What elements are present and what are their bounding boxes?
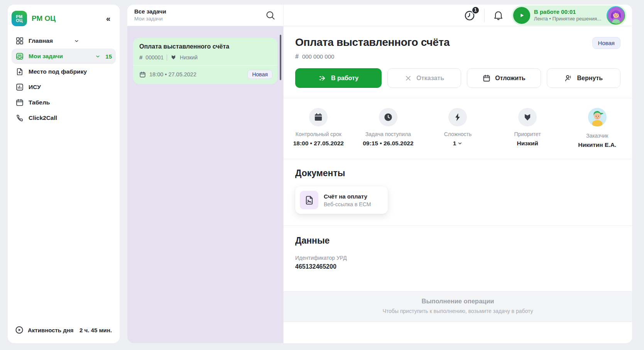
sidebar-menu: Главная Мои задачи 15 Место под фабрику bbox=[8, 32, 120, 127]
meta-value: 09:15 • 26.05.2022 bbox=[353, 140, 423, 147]
task-card-meta: # 000001 Низкий bbox=[139, 54, 271, 61]
search-button[interactable] bbox=[265, 10, 276, 20]
topbar: 1 В работе 00:01 Лента • Принятие решени… bbox=[284, 5, 632, 26]
task-due: 18:00 • 27.05.2022 bbox=[139, 71, 247, 78]
document-title: Счёт на оплату bbox=[324, 193, 371, 200]
task-list-header: Все задачи Мои задачи bbox=[127, 5, 283, 26]
meta-label: Приоритет bbox=[493, 131, 563, 137]
grid-icon bbox=[15, 37, 24, 45]
person-return-icon bbox=[564, 74, 573, 82]
document-card[interactable]: Счёт на оплату Веб-ссылка в ECM bbox=[295, 186, 388, 214]
priority-shield-icon bbox=[518, 108, 537, 126]
calendar-icon bbox=[15, 98, 24, 107]
button-label: Вернуть bbox=[577, 75, 603, 82]
chevron-down-icon bbox=[74, 38, 79, 44]
meta-value: Низкий bbox=[493, 140, 563, 147]
work-status-subtitle: Лента • Принятие решения... bbox=[534, 16, 601, 22]
bar-chart-icon bbox=[15, 83, 24, 91]
task-meta-row: Контрольный срок 18:00 • 27.05.2022 Зада… bbox=[284, 98, 632, 159]
task-card-bottom: 18:00 • 27.05.2022 Новая bbox=[133, 66, 277, 84]
sidebar-item-home[interactable]: Главная bbox=[12, 33, 116, 49]
complexity-dropdown[interactable]: 1 bbox=[423, 140, 493, 147]
meta-label: Сложность bbox=[423, 131, 493, 137]
field-value: 465132465200 bbox=[295, 263, 620, 270]
notifications-button[interactable] bbox=[493, 10, 504, 21]
sidebar-item-factory-slot[interactable]: Место под фабрику bbox=[12, 64, 116, 79]
logo-line-2: ОЦ bbox=[16, 19, 23, 23]
search-icon bbox=[265, 10, 276, 20]
sidebar-collapse-button[interactable]: « bbox=[103, 13, 113, 24]
topbar-divider bbox=[484, 9, 485, 22]
calendar-filled-icon bbox=[309, 108, 328, 126]
play-circle-icon bbox=[15, 325, 24, 335]
chevron-down-icon bbox=[95, 54, 101, 59]
sidebar-item-label: Табель bbox=[29, 99, 112, 106]
timer-count-badge: 1 bbox=[472, 6, 480, 14]
work-status-text: В работе 00:01 Лента • Принятие решения.… bbox=[534, 8, 603, 22]
app-title: РМ ОЦ bbox=[32, 14, 103, 23]
logo-row: РМ ОЦ РМ ОЦ « bbox=[8, 5, 120, 32]
main-column: 1 В работе 00:01 Лента • Принятие решени… bbox=[284, 5, 632, 343]
clock-filled-icon bbox=[379, 108, 397, 126]
meta-task-received: Задача поступила 09:15 • 26.05.2022 bbox=[353, 108, 423, 148]
customer-avatar bbox=[588, 108, 607, 126]
operation-footer bbox=[284, 322, 632, 343]
document-subtitle: Веб-ссылка в ECM bbox=[324, 201, 371, 207]
task-list-column: Все задачи Мои задачи Оплата выставленно… bbox=[127, 5, 284, 343]
meta-priority: Приоритет Низкий bbox=[493, 108, 563, 148]
meta-value: 18:00 • 27.05.2022 bbox=[284, 140, 353, 147]
task-number: 000001 bbox=[145, 54, 164, 61]
task-due-value: 18:00 • 27.05.2022 bbox=[149, 71, 196, 77]
documents-heading: Документы bbox=[295, 168, 620, 178]
meta-control-deadline: Контрольный срок 18:00 • 27.05.2022 bbox=[284, 108, 353, 148]
decline-button[interactable]: Отказать bbox=[387, 68, 461, 88]
task-card[interactable]: Оплата выставленного счёта # 000001 Низк… bbox=[133, 38, 277, 84]
sidebar-item-click2call[interactable]: Click2Call bbox=[12, 110, 116, 126]
task-card-top: Оплата выставленного счёта # 000001 Низк… bbox=[133, 38, 277, 65]
content-panel: Все задачи Мои задачи Оплата выставленно… bbox=[127, 5, 632, 343]
data-heading: Данные bbox=[295, 236, 620, 246]
task-header-block: Оплата выставленного счёта Новая # 000 0… bbox=[284, 26, 632, 60]
meta-label: Заказчик bbox=[562, 133, 632, 139]
day-activity-label: Активность дня bbox=[28, 327, 76, 333]
field-label: Идентификатор УРД bbox=[295, 255, 620, 261]
meta-customer: Заказчик Никитин Е.А. bbox=[562, 108, 632, 148]
tasks-inbox-icon bbox=[15, 52, 24, 61]
meta-divider bbox=[167, 54, 167, 61]
app-logo: РМ ОЦ bbox=[12, 11, 27, 26]
operation-subtitle: Чтобы приступить к выполнению, возьмите … bbox=[284, 308, 632, 314]
meta-value: Никитин Е.А. bbox=[562, 141, 632, 148]
take-to-work-button[interactable]: В работу bbox=[295, 68, 382, 88]
lightning-icon bbox=[448, 108, 467, 126]
work-status-pill[interactable]: В работе 00:01 Лента • Принятие решения.… bbox=[512, 5, 627, 25]
day-activity[interactable]: Активность дня 2 ч. 45 мин. bbox=[8, 325, 120, 343]
sidebar-item-label: ИСУ bbox=[29, 84, 112, 91]
play-button[interactable] bbox=[513, 7, 530, 24]
user-avatar[interactable] bbox=[607, 6, 625, 25]
timer-button[interactable]: 1 bbox=[463, 9, 476, 22]
sidebar-item-my-tasks[interactable]: Мои задачи 15 bbox=[12, 49, 116, 64]
my-tasks-count-badge: 15 bbox=[105, 53, 112, 60]
task-number-value: 000 000 000 bbox=[302, 53, 334, 60]
return-button[interactable]: Вернуть bbox=[547, 68, 620, 88]
sidebar-item-isu[interactable]: ИСУ bbox=[12, 79, 116, 95]
phone-icon bbox=[15, 114, 24, 122]
task-list-subtitle: Мои задачи bbox=[134, 16, 276, 22]
sidebar-item-label: Главная bbox=[29, 37, 69, 44]
priority-shield-icon bbox=[170, 54, 177, 61]
meta-complexity: Сложность 1 bbox=[423, 108, 493, 148]
bell-icon bbox=[493, 10, 504, 21]
hash-icon: # bbox=[139, 54, 142, 61]
button-label: Отказать bbox=[416, 75, 444, 82]
sidebar-item-timesheet[interactable]: Табель bbox=[12, 95, 116, 110]
task-list-title: Все задачи bbox=[134, 8, 276, 15]
task-list: Оплата выставленного счёта # 000001 Низк… bbox=[127, 26, 283, 343]
meta-label: Задача поступила bbox=[353, 131, 423, 137]
arrow-right-icon bbox=[318, 74, 327, 82]
document-image-icon bbox=[300, 191, 318, 209]
sidebar-item-label: Мои задачи bbox=[29, 53, 90, 60]
postpone-button[interactable]: Отложить bbox=[467, 68, 541, 88]
task-card-title: Оплата выставленного счёта bbox=[139, 43, 271, 50]
task-list-scrollbar[interactable] bbox=[280, 35, 281, 80]
file-plus-icon bbox=[15, 67, 24, 76]
